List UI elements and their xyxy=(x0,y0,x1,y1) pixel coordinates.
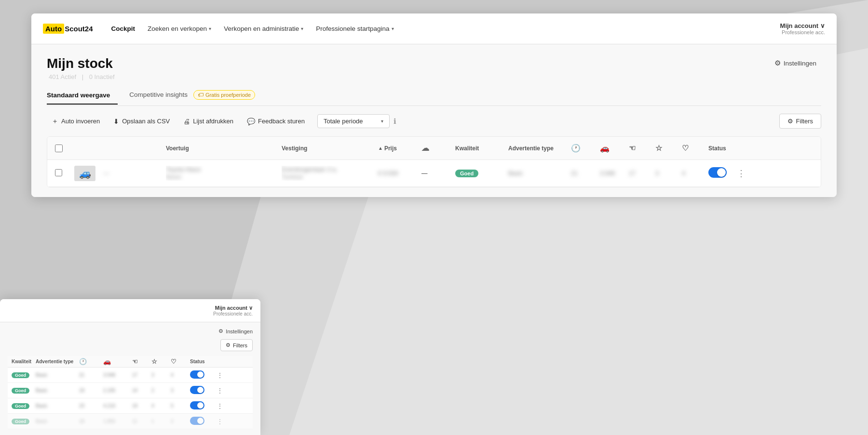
second-th-clock: 🕐 xyxy=(79,358,103,365)
tab-competitive[interactable]: Competitive insights 🏷 Gratis proefperio… xyxy=(129,84,263,105)
second-status-toggle[interactable] xyxy=(190,401,204,409)
hand-icon: ☜ xyxy=(629,144,636,153)
page-header: Mijn stock 401 Actief | 0 Inactief ⚙ Ins… xyxy=(47,56,821,80)
second-row-menu-button[interactable]: ⋮ xyxy=(217,418,223,425)
second-td-quality: Goed xyxy=(12,372,36,378)
vehicle-model: Nuovo xyxy=(166,173,282,180)
second-th-star: ☆ xyxy=(151,358,171,365)
th-clock: 🕐 xyxy=(571,144,600,153)
second-td-status xyxy=(190,370,217,380)
filters-button[interactable]: ⚙ Filters xyxy=(779,114,821,129)
second-td-col5: 14 xyxy=(132,388,151,393)
nav-account-sub: Professionele acc. xyxy=(780,29,825,35)
th-price[interactable]: ▲ Prijs xyxy=(378,145,421,152)
second-card-nav: Mijn account ∨ Professionele acc. xyxy=(0,299,260,322)
second-status-toggle[interactable] xyxy=(190,386,204,394)
chevron-down-icon: ▾ xyxy=(392,26,394,31)
second-td-menu: ⋮ xyxy=(217,371,231,379)
second-status-toggle[interactable] xyxy=(190,417,204,425)
nav-account-label: Mijn account ∨ xyxy=(780,22,825,29)
row-menu-button[interactable]: ⋮ xyxy=(735,168,747,179)
th-hand: ☜ xyxy=(629,144,655,153)
active-count: 401 Actief xyxy=(49,73,76,80)
second-td-col4: 4.210 xyxy=(103,403,132,409)
second-card-account-label: Mijn account ∨ xyxy=(213,305,253,311)
nav-account[interactable]: Mijn account ∨ Professionele acc. xyxy=(780,22,825,35)
feedback-button[interactable]: 💬 Feedback sturen xyxy=(242,115,310,128)
nav-item-professionele[interactable]: Professionele startpagina ▾ xyxy=(311,21,398,36)
second-th-quality: Kwaliteit xyxy=(12,359,36,364)
chevron-down-icon: ▾ xyxy=(301,26,303,31)
td-adtype: Basic xyxy=(508,170,571,177)
second-card-filters-btn[interactable]: ⚙ Filters xyxy=(220,339,253,351)
second-td-col7: 5 xyxy=(171,403,190,409)
select-all-checkbox[interactable] xyxy=(55,145,63,152)
star-icon-small: ☆ xyxy=(151,358,157,365)
second-status-toggle[interactable] xyxy=(190,370,204,379)
second-card-content: ⚙ Instellingen ⚙ Filters Kwaliteit Adver… xyxy=(0,322,260,435)
second-row-menu-button[interactable]: ⋮ xyxy=(217,371,223,379)
second-th-hand: ☜ xyxy=(132,358,151,365)
tag-icon: 🏷 xyxy=(198,92,203,98)
info-icon[interactable]: ℹ xyxy=(393,117,396,126)
nav-item-cockpit[interactable]: Cockpit xyxy=(107,21,140,36)
nav-item-zoeken[interactable]: Zoeken en verkopen ▾ xyxy=(143,21,216,36)
td-checkbox xyxy=(55,169,74,178)
gear-icon-small: ⚙ xyxy=(218,328,223,334)
second-quality-badge: Goed xyxy=(12,388,29,394)
second-td-status xyxy=(190,401,217,410)
separator: | xyxy=(82,73,85,80)
th-vehicle: Voertuig xyxy=(166,145,282,152)
hand-icon-small: ☜ xyxy=(132,358,138,365)
settings-button[interactable]: ⚙ Instellingen xyxy=(770,56,821,70)
star-icon: ☆ xyxy=(655,144,662,153)
heart-icon: ♡ xyxy=(682,144,689,153)
second-td-col3: 18 xyxy=(79,419,103,424)
period-dropdown[interactable]: Totale periode ▾ xyxy=(317,114,390,128)
csv-button[interactable]: ⬇ Opslaan als CSV xyxy=(108,115,175,128)
second-card-account-sub: Professionele acc. xyxy=(213,311,253,316)
clock-icon: 🕐 xyxy=(571,144,581,153)
vehicle-make: Toyota Hiace xyxy=(166,166,282,173)
page-title-section: Mijn stock 401 Actief | 0 Inactief xyxy=(47,56,117,80)
toolbar: ＋ Auto invoeren ⬇ Opslaan als CSV 🖨 Lijs… xyxy=(47,114,821,129)
period-select: Totale periode ▾ ℹ xyxy=(317,114,396,128)
second-row-menu-button[interactable]: ⋮ xyxy=(217,387,223,395)
second-td-col4: 3.948 xyxy=(103,372,132,378)
td-quality: Goed xyxy=(455,170,508,177)
second-td-menu: ⋮ xyxy=(217,402,231,410)
table-row: 🚙 — Toyota Hiace Nuovo Everdongenlaan 3 … xyxy=(47,160,821,187)
second-td-col7: 4 xyxy=(171,372,190,378)
second-table-row: Goed Basic 18 1.850 11 1 2 ⋮ xyxy=(8,414,253,429)
second-card: Mijn account ∨ Professionele acc. ⚙ Inst… xyxy=(0,299,260,435)
download-icon: ⬇ xyxy=(113,118,119,125)
row-checkbox[interactable] xyxy=(55,169,62,176)
second-td-col6: 1 xyxy=(151,419,171,424)
tab-standaard[interactable]: Standaard weergave xyxy=(47,86,118,105)
th-cloud: ☁ xyxy=(421,144,455,153)
th-car: 🚗 xyxy=(600,144,629,153)
td-vehicle: Toyota Hiace Nuovo xyxy=(166,166,282,181)
td-cloud: — xyxy=(421,170,455,177)
second-td-adtype: Basic xyxy=(36,403,79,409)
print-button[interactable]: 🖨 Lijst afdrukken xyxy=(178,115,238,128)
td-image: 🚙 xyxy=(74,166,103,181)
td-hand-val: 17 xyxy=(629,170,655,177)
second-card-settings-btn[interactable]: ⚙ Instellingen xyxy=(8,328,253,334)
second-th-car: 🚗 xyxy=(103,358,132,365)
tabs-row: Standaard weergave Competitive insights … xyxy=(47,84,821,106)
second-td-quality: Goed xyxy=(12,419,36,424)
second-td-col6: 4 xyxy=(151,403,171,409)
second-card-account[interactable]: Mijn account ∨ Professionele acc. xyxy=(213,305,253,316)
nav-item-verkopen[interactable]: Verkopen en administratie ▾ xyxy=(219,21,308,36)
status-toggle[interactable] xyxy=(708,167,727,178)
car-icon: 🚗 xyxy=(600,144,610,153)
car-icon-small: 🚗 xyxy=(103,358,111,365)
second-row-menu-button[interactable]: ⋮ xyxy=(217,402,223,410)
car-thumbnail: 🚙 xyxy=(74,166,95,181)
second-td-quality: Goed xyxy=(12,388,36,394)
logo[interactable]: Auto Scout24 xyxy=(43,24,93,34)
td-price: € 9.500 xyxy=(378,170,421,177)
add-auto-button[interactable]: ＋ Auto invoeren xyxy=(47,114,105,129)
trial-badge: 🏷 Gratis proefperiode xyxy=(193,90,255,100)
